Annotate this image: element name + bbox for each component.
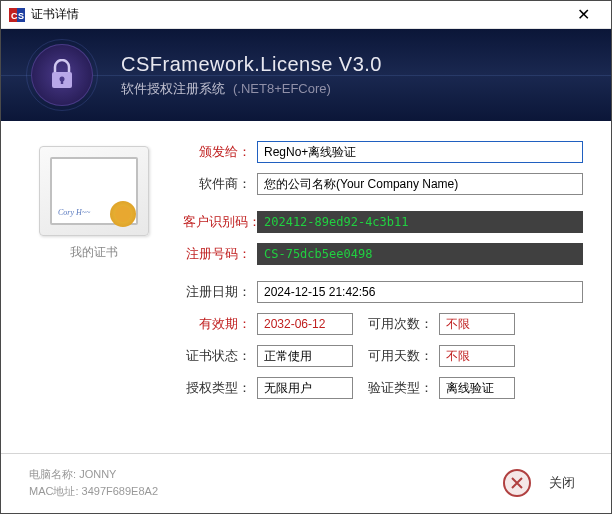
label-usage-count: 可用次数：	[367, 315, 433, 333]
certificate-signature: Cory H~~	[58, 208, 90, 217]
field-expiry[interactable]	[257, 313, 353, 335]
svg-point-5	[60, 77, 65, 82]
seal-icon	[110, 201, 136, 227]
field-usage-days[interactable]	[439, 345, 515, 367]
label-usage-days: 可用天数：	[367, 347, 433, 365]
machine-info: 电脑名称: JONNY MAC地址: 3497F689E8A2	[29, 466, 158, 501]
header-banner: CSFramework.License V3.0 软件授权注册系统(.NET8+…	[1, 29, 611, 121]
window-title: 证书详情	[31, 6, 563, 23]
field-vendor[interactable]	[257, 173, 583, 195]
label-customer-id: 客户识别码：	[179, 213, 261, 231]
close-icon-button[interactable]	[503, 469, 531, 497]
field-customer-id[interactable]	[257, 211, 583, 233]
svg-text:C: C	[11, 11, 18, 21]
svg-rect-4	[52, 72, 72, 88]
content-area: Cory H~~ 我的证书 颁发给： 软件商： 客户识别码： 注册号码：	[1, 121, 611, 419]
footer: 电脑名称: JONNY MAC地址: 3497F689E8A2 关闭	[1, 453, 611, 513]
header-text: CSFramework.License V3.0 软件授权注册系统(.NET8+…	[121, 53, 382, 98]
label-verify-type: 验证类型：	[367, 379, 433, 397]
label-reg-no: 注册号码：	[179, 245, 251, 263]
field-cert-status[interactable]	[257, 345, 353, 367]
svg-rect-6	[61, 79, 63, 84]
field-issued-to[interactable]	[257, 141, 583, 163]
dialog-window: CS 证书详情 ✕ CSFramework.License V3.0 软件授权注…	[0, 0, 612, 514]
svg-text:S: S	[18, 11, 24, 21]
label-expiry: 有效期：	[179, 315, 251, 333]
certificate-panel: Cory H~~ 我的证书	[29, 141, 159, 409]
window-close-button[interactable]: ✕	[563, 5, 603, 24]
x-icon	[510, 476, 524, 490]
label-vendor: 软件商：	[179, 175, 251, 193]
field-reg-date[interactable]	[257, 281, 583, 303]
lock-icon	[31, 44, 93, 106]
product-title: CSFramework.License V3.0	[121, 53, 382, 76]
close-button[interactable]: 关闭	[541, 470, 583, 496]
field-usage-count[interactable]	[439, 313, 515, 335]
label-auth-type: 授权类型：	[179, 379, 251, 397]
certificate-image: Cory H~~	[39, 146, 149, 236]
product-subtitle: 软件授权注册系统(.NET8+EFCore)	[121, 80, 382, 98]
label-cert-status: 证书状态：	[179, 347, 251, 365]
certificate-caption: 我的证书	[29, 244, 159, 261]
field-reg-no[interactable]	[257, 243, 583, 265]
label-reg-date: 注册日期：	[179, 283, 251, 301]
field-verify-type[interactable]	[439, 377, 515, 399]
field-auth-type[interactable]	[257, 377, 353, 399]
app-logo-icon: CS	[9, 8, 25, 22]
label-issued-to: 颁发给：	[179, 143, 251, 161]
license-form: 颁发给： 软件商： 客户识别码： 注册号码： 注册日期： 有效期：	[179, 141, 583, 409]
titlebar: CS 证书详情 ✕	[1, 1, 611, 29]
